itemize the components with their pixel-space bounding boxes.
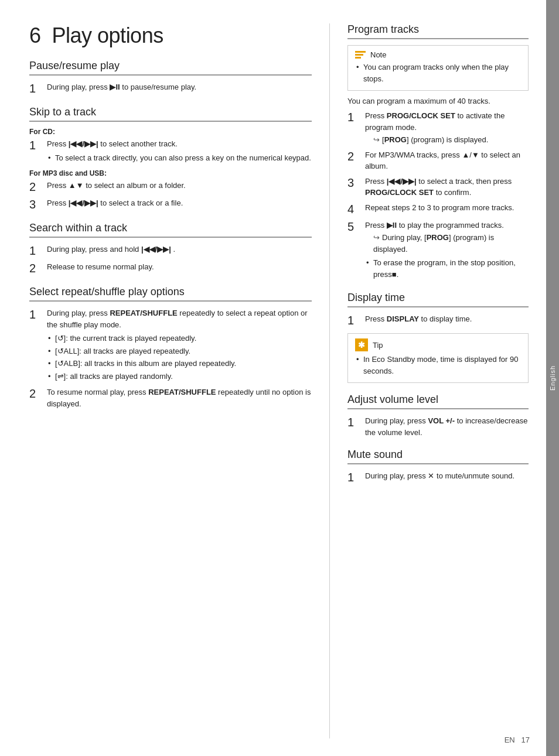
note-item: You can program tracks only when the pla… <box>355 61 521 84</box>
section-title-display-time: Display time <box>347 292 529 307</box>
step-item: 1 During play, press ✕ to mute/unmute so… <box>347 470 529 484</box>
tip-icon: ✱ <box>355 338 368 351</box>
step-item: 2 To resume normal play, press REPEAT/SH… <box>29 386 312 409</box>
section-title-adjust-volume: Adjust volume level <box>347 394 529 409</box>
step-item: 2 Release to resume normal play. <box>29 261 312 275</box>
note-icon <box>355 51 366 59</box>
section-program-tracks: Program tracks Note You can program trac… <box>347 23 529 281</box>
step-item: 4 Repeat steps 2 to 3 to program more tr… <box>347 202 529 216</box>
sub-list-item: To erase the program, in the stop positi… <box>365 257 529 280</box>
section-title-search-track: Search within a track <box>29 222 312 238</box>
sub-list-item: [↺ALB]: all tracks in this album are pla… <box>47 358 312 370</box>
sub-list-item: [↺]: the current track is played repeate… <box>47 333 312 344</box>
step-item: 1 Press |◀◀/▶▶| to select another track.… <box>29 138 312 165</box>
tip-header: ✱ Tip <box>355 338 521 351</box>
step-item: 5 Press ▶II to play the programmed track… <box>347 220 529 282</box>
tip-box: ✱ Tip In Eco Standby mode, time is displ… <box>347 333 529 383</box>
section-title-mute-sound: Mute sound <box>347 449 529 464</box>
sub-list-item: [⇌]: all tracks are played randomly. <box>47 371 312 382</box>
program-tracks-intro: You can program a maximum of 40 tracks. <box>347 97 529 105</box>
right-column: Program tracks Note You can program trac… <box>329 23 529 738</box>
note-box: Note You can program tracks only when th… <box>347 45 529 91</box>
step-item: 3 Press |◀◀/▶▶| to select a track, then … <box>347 176 529 199</box>
step-item: 3 Press |◀◀/▶▶| to select a track or a f… <box>29 197 312 211</box>
section-title-pause-resume: Pause/resume play <box>29 60 312 76</box>
side-language-tab: English <box>546 0 559 756</box>
tip-item: In Eco Standby mode, time is displayed f… <box>355 354 521 377</box>
step-item: 1 During play, press REPEAT/SHUFFLE repe… <box>29 307 312 383</box>
page-title: 6 Play options <box>29 23 312 48</box>
section-adjust-volume: Adjust volume level 1 During play, press… <box>347 394 529 438</box>
section-display-time: Display time 1 Press DISPLAY to display … <box>347 292 529 383</box>
section-title-program-tracks: Program tracks <box>347 23 529 39</box>
step-item: 1 During play, press and hold |◀◀/▶▶| . <box>29 244 312 258</box>
sub-label-mp3-usb: For MP3 disc and USB: <box>29 169 312 177</box>
sub-arrow: During play, [PROG] (program) is display… <box>365 232 529 255</box>
section-repeat-shuffle: Select repeat/shuffle play options 1 Dur… <box>29 286 312 409</box>
step-item: 2 For MP3/WMA tracks, press ▲/▼ to selec… <box>347 149 529 172</box>
step-item: 1 Press PROG/CLOCK SET to activate the p… <box>347 110 529 146</box>
section-mute-sound: Mute sound 1 During play, press ✕ to mut… <box>347 449 529 484</box>
step-item: 2 Press ▲▼ to select an album or a folde… <box>29 180 312 194</box>
left-column: 6 Play options Pause/resume play 1 Durin… <box>29 23 329 738</box>
footer-page: 17 <box>521 736 530 744</box>
section-title-skip-track: Skip to a track <box>29 106 312 122</box>
section-search-track: Search within a track 1 During play, pre… <box>29 222 312 275</box>
sub-arrow: [PROG] (program) is displayed. <box>365 134 529 146</box>
step-item: 1 During play, press VOL +/- to increase… <box>347 415 529 438</box>
footer: EN 17 <box>505 736 530 744</box>
section-skip-track: Skip to a track For CD: 1 Press |◀◀/▶▶| … <box>29 106 312 211</box>
section-title-repeat-shuffle: Select repeat/shuffle play options <box>29 286 312 302</box>
sub-list-item: [↺ALL]: all tracks are played repeatedly… <box>47 345 312 357</box>
sub-list-item: To select a track directly, you can also… <box>47 152 312 164</box>
footer-lang: EN <box>505 736 515 744</box>
section-pause-resume: Pause/resume play 1 During play, press ▶… <box>29 60 312 95</box>
step-item: 1 Press DISPLAY to display time. <box>347 313 529 327</box>
step-item: 1 During play, press ▶II to pause/resume… <box>29 81 312 95</box>
language-label: English <box>549 365 556 391</box>
sub-label-cd: For CD: <box>29 128 312 136</box>
note-header: Note <box>355 50 521 59</box>
